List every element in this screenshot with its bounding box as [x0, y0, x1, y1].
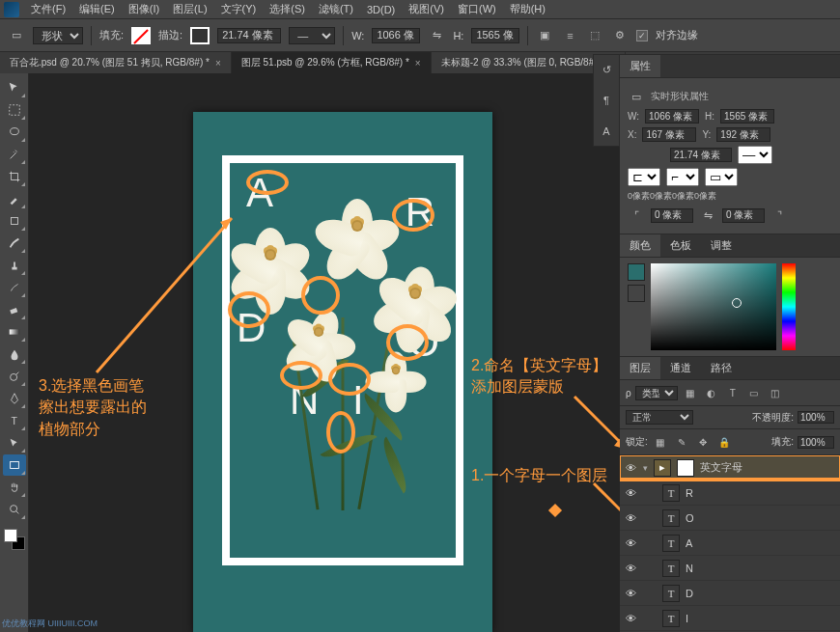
filter-type-icon[interactable]: T: [724, 384, 742, 401]
dodge-tool[interactable]: [3, 366, 26, 387]
visibility-icon[interactable]: 👁: [624, 613, 637, 624]
chevron-down-icon[interactable]: ▾: [643, 463, 648, 473]
layer-name[interactable]: I: [686, 613, 688, 624]
heal-tool[interactable]: [3, 210, 26, 232]
layer-row[interactable]: 👁TD: [620, 581, 840, 606]
menu-layer[interactable]: 图层(L): [167, 0, 212, 18]
gear-icon[interactable]: ⚙: [611, 27, 629, 44]
zoom-tool[interactable]: [3, 499, 26, 520]
hand-tool[interactable]: [3, 477, 26, 498]
corner-input[interactable]: [722, 208, 765, 223]
fill-input[interactable]: [798, 436, 834, 449]
layer-name[interactable]: R: [686, 487, 693, 499]
corner-input[interactable]: [651, 208, 693, 223]
stamp-tool[interactable]: [3, 255, 26, 276]
blend-mode-select[interactable]: 正常: [626, 410, 693, 425]
layer-row[interactable]: 👁TA: [620, 531, 840, 556]
menu-file[interactable]: 文件(F): [25, 0, 71, 18]
filter-kind-select[interactable]: 类型: [635, 386, 678, 400]
layer-name[interactable]: 英文字母: [700, 460, 742, 475]
menu-type[interactable]: 文字(Y): [215, 0, 263, 18]
history-icon[interactable]: ↺: [598, 61, 615, 78]
prop-h-input[interactable]: [720, 109, 774, 124]
visibility-icon[interactable]: 👁: [624, 462, 637, 474]
hue-slider[interactable]: [782, 263, 796, 350]
canvas-area[interactable]: A R D O N I: [29, 73, 620, 632]
blur-tool[interactable]: [3, 343, 26, 365]
layer-group[interactable]: 👁 ▾ ▸ 英文字母: [620, 455, 840, 481]
visibility-icon[interactable]: 👁: [624, 512, 637, 524]
layer-name[interactable]: D: [686, 588, 693, 599]
path-ops-icon[interactable]: ▣: [536, 27, 553, 44]
join-select[interactable]: ⌐: [666, 168, 699, 186]
close-icon[interactable]: ×: [415, 58, 421, 69]
visibility-icon[interactable]: 👁: [624, 563, 637, 574]
lock-paint-icon[interactable]: ✎: [673, 433, 690, 451]
character-icon[interactable]: ¶: [598, 92, 615, 109]
close-icon[interactable]: ×: [215, 58, 221, 69]
stroke-type-select[interactable]: —: [738, 146, 772, 164]
prop-y-input[interactable]: [716, 127, 770, 142]
stroke-swatch[interactable]: [649, 149, 664, 162]
lock-trans-icon[interactable]: ▦: [652, 433, 669, 451]
menu-view[interactable]: 视图(V): [403, 0, 450, 18]
fill-swatch[interactable]: [131, 27, 151, 44]
brush-tool[interactable]: [3, 233, 26, 254]
visibility-icon[interactable]: 👁: [624, 487, 637, 499]
menu-window[interactable]: 窗口(W): [452, 0, 502, 18]
prop-x-input[interactable]: [642, 127, 696, 142]
menu-filter[interactable]: 滤镜(T): [313, 0, 359, 18]
layer-name[interactable]: O: [686, 512, 694, 524]
crop-tool[interactable]: [3, 166, 26, 187]
layers-tab[interactable]: 图层: [620, 357, 660, 379]
doc-tab-1[interactable]: 百合花.psd @ 20.7% (图层 51 拷贝, RGB/8#) *×: [0, 52, 232, 73]
pen-tool[interactable]: [3, 388, 26, 409]
visibility-icon[interactable]: 👁: [624, 588, 637, 599]
adjust-tab[interactable]: 调整: [701, 234, 742, 257]
stroke-width-input[interactable]: [217, 28, 281, 43]
eraser-tool[interactable]: [3, 299, 26, 320]
stroke-swatch[interactable]: [190, 27, 210, 44]
menu-edit[interactable]: 编辑(E): [73, 0, 121, 18]
color-swatches[interactable]: [4, 529, 25, 550]
layer-name[interactable]: A: [686, 537, 692, 549]
swatches-tab[interactable]: 色板: [660, 234, 701, 257]
layer-row[interactable]: 👁TO: [620, 506, 840, 531]
doc-tab-2[interactable]: 图层 51.psb @ 29.6% (方框, RGB/8#) *×: [232, 52, 432, 73]
filter-smart-icon[interactable]: ◫: [767, 384, 784, 401]
opacity-input[interactable]: [798, 411, 834, 424]
menu-3d[interactable]: 3D(D): [361, 2, 401, 17]
paths-tab[interactable]: 路径: [701, 357, 742, 379]
menu-help[interactable]: 帮助(H): [504, 0, 551, 18]
link-icon[interactable]: ⇋: [699, 206, 716, 224]
prop-w-input[interactable]: [645, 109, 699, 124]
rectangle-tool[interactable]: [3, 454, 26, 476]
channels-tab[interactable]: 通道: [660, 357, 701, 379]
marquee-tool[interactable]: [3, 99, 26, 121]
layer-mask[interactable]: [677, 459, 694, 477]
shape-mode-select[interactable]: 形状: [33, 27, 83, 44]
align-select[interactable]: ▭: [705, 168, 738, 186]
menu-select[interactable]: 选择(S): [264, 0, 311, 18]
fg-swatch[interactable]: [628, 263, 645, 281]
prop-stroke-input[interactable]: [670, 148, 732, 162]
cap-select[interactable]: ⊏: [628, 168, 660, 186]
stroke-style-select[interactable]: —: [289, 27, 335, 44]
lock-pos-icon[interactable]: ✥: [694, 433, 712, 451]
visibility-icon[interactable]: 👁: [624, 537, 637, 549]
filter-pixel-icon[interactable]: ▦: [682, 384, 699, 401]
width-input[interactable]: [372, 28, 420, 43]
move-tool[interactable]: [3, 77, 26, 98]
info-icon[interactable]: A: [598, 123, 615, 140]
type-tool[interactable]: T: [3, 410, 26, 431]
arrange-icon[interactable]: ⬚: [586, 27, 603, 44]
path-select-tool[interactable]: [3, 432, 26, 453]
eyedropper-tool[interactable]: [3, 188, 26, 209]
filter-adjust-icon[interactable]: ◐: [703, 384, 720, 401]
color-field[interactable]: [651, 263, 776, 350]
link-wh-icon[interactable]: ⇋: [428, 27, 445, 44]
layer-row[interactable]: 👁TR: [620, 481, 840, 506]
color-tab[interactable]: 颜色: [620, 234, 660, 257]
align-icon[interactable]: ≡: [561, 27, 578, 44]
layer-name[interactable]: N: [686, 563, 693, 574]
